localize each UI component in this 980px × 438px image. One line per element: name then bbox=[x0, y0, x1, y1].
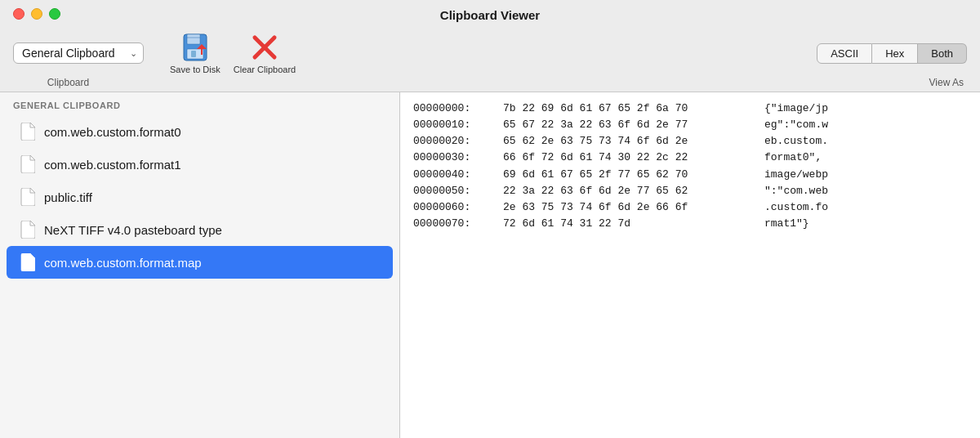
hex-bytes-0: 7b 22 69 6d 61 67 65 2f 6a 70 bbox=[503, 101, 764, 117]
hex-bytes-6: 2e 63 75 73 74 6f 6d 2e 66 6f bbox=[503, 199, 764, 216]
hex-row-7: 00000070: 72 6d 61 74 31 22 7d rmat1"} bbox=[413, 216, 967, 232]
hex-ascii-7: rmat1"} bbox=[764, 216, 809, 232]
title-bar: Clipboard Viewer bbox=[0, 0, 980, 27]
view-as-section: ASCII Hex Both bbox=[817, 43, 967, 64]
clipboard-dropdown-wrapper: General Clipboard Find Clipboard ⌄ bbox=[13, 42, 144, 64]
file-icon-3 bbox=[20, 220, 36, 239]
clear-clipboard-label: Clear Clipboard bbox=[234, 65, 296, 74]
save-to-disk-button[interactable]: Save to Disk bbox=[163, 30, 227, 76]
hex-row-3: 00000030: 66 6f 72 6d 61 74 30 22 2c 22 … bbox=[413, 150, 967, 166]
sidebar-item-3[interactable]: NeXT TIFF v4.0 pasteboard type bbox=[7, 213, 393, 246]
doc-svg-0 bbox=[20, 123, 35, 141]
doc-svg-3 bbox=[20, 221, 35, 239]
sidebar-item-label-4: com.web.custom.format.map bbox=[44, 256, 202, 270]
hex-ascii-3: format0", bbox=[764, 150, 822, 166]
file-icon-4 bbox=[20, 253, 36, 272]
hex-bytes-5: 22 3a 22 63 6f 6d 2e 77 65 62 bbox=[503, 183, 764, 199]
hex-row-4: 00000040: 69 6d 61 67 65 2f 77 65 62 70 … bbox=[413, 167, 967, 183]
sidebar-item-label-1: com.web.custom.format1 bbox=[44, 158, 181, 172]
hex-addr-3: 00000030: bbox=[413, 150, 503, 166]
hex-addr-2: 00000020: bbox=[413, 133, 503, 150]
sidebar-item-4[interactable]: com.web.custom.format.map bbox=[7, 246, 393, 279]
hex-bytes-7: 72 6d 61 74 31 22 7d bbox=[503, 216, 764, 232]
clipboard-sub-label: Clipboard bbox=[13, 77, 123, 88]
traffic-lights[interactable] bbox=[13, 8, 60, 20]
hex-ascii-1: eg":"com.w bbox=[764, 117, 828, 133]
hex-addr-0: 00000000: bbox=[413, 101, 503, 117]
close-button[interactable] bbox=[13, 8, 24, 20]
save-icon bbox=[180, 32, 211, 63]
clear-clipboard-button[interactable]: Clear Clipboard bbox=[227, 30, 302, 76]
hex-rows-container: 00000000: 7b 22 69 6d 61 67 65 2f 6a 70 … bbox=[413, 101, 967, 232]
clipboard-select[interactable]: General Clipboard Find Clipboard bbox=[13, 42, 144, 64]
hex-view: 00000000: 7b 22 69 6d 61 67 65 2f 6a 70 … bbox=[400, 92, 980, 438]
clipboard-section: General Clipboard Find Clipboard ⌄ bbox=[13, 42, 144, 64]
file-icon-0 bbox=[20, 122, 36, 141]
save-to-disk-label: Save to Disk bbox=[170, 65, 220, 74]
svg-rect-6 bbox=[201, 49, 203, 55]
doc-svg-2 bbox=[20, 188, 35, 206]
hex-addr-7: 00000070: bbox=[413, 216, 503, 232]
file-icon-1 bbox=[20, 154, 36, 174]
save-disk-svg bbox=[180, 33, 210, 62]
view-as-both-button[interactable]: Both bbox=[918, 43, 967, 64]
hex-ascii-5: ":"com.web bbox=[764, 183, 828, 199]
file-icon-2 bbox=[20, 187, 36, 207]
hex-ascii-0: {"image/jp bbox=[764, 101, 828, 117]
hex-bytes-4: 69 6d 61 67 65 2f 77 65 62 70 bbox=[503, 167, 764, 183]
sidebar-item-2[interactable]: public.tiff bbox=[7, 181, 393, 213]
svg-rect-1 bbox=[187, 34, 200, 44]
hex-addr-1: 00000010: bbox=[413, 117, 503, 133]
clear-icon bbox=[249, 32, 280, 63]
view-as-label: View As bbox=[929, 77, 964, 88]
clear-x-svg bbox=[250, 33, 279, 62]
hex-row-1: 00000010: 65 67 22 3a 22 63 6f 6d 2e 77 … bbox=[413, 117, 967, 133]
hex-row-5: 00000050: 22 3a 22 63 6f 6d 2e 77 65 62 … bbox=[413, 183, 967, 199]
sidebar-section-header: GENERAL CLIPBOARD bbox=[0, 92, 399, 115]
hex-addr-4: 00000040: bbox=[413, 167, 503, 183]
sidebar-item-1[interactable]: com.web.custom.format1 bbox=[7, 148, 393, 181]
hex-ascii-4: image/webp bbox=[764, 167, 828, 183]
window-title: Clipboard Viewer bbox=[440, 8, 540, 22]
sidebar-item-label-2: public.tiff bbox=[44, 190, 92, 204]
hex-ascii-6: .custom.fo bbox=[764, 199, 828, 216]
sidebar-item-label-3: NeXT TIFF v4.0 pasteboard type bbox=[44, 223, 222, 237]
sidebar-item-0[interactable]: com.web.custom.format0 bbox=[7, 115, 393, 148]
doc-svg-4 bbox=[20, 253, 35, 271]
hex-row-2: 00000020: 65 62 2e 63 75 73 74 6f 6d 2e … bbox=[413, 133, 967, 150]
view-as-hex-button[interactable]: Hex bbox=[872, 43, 918, 64]
minimize-button[interactable] bbox=[31, 8, 42, 20]
hex-ascii-2: eb.custom. bbox=[764, 133, 828, 150]
hex-bytes-3: 66 6f 72 6d 61 74 30 22 2c 22 bbox=[503, 150, 764, 166]
hex-bytes-1: 65 67 22 3a 22 63 6f 6d 2e 77 bbox=[503, 117, 764, 133]
hex-addr-5: 00000050: bbox=[413, 183, 503, 199]
view-as-buttons: ASCII Hex Both bbox=[817, 43, 967, 64]
hex-bytes-2: 65 62 2e 63 75 73 74 6f 6d 2e bbox=[503, 133, 764, 150]
sidebar-item-label-0: com.web.custom.format0 bbox=[44, 125, 181, 139]
doc-svg-1 bbox=[20, 155, 35, 173]
view-as-ascii-button[interactable]: ASCII bbox=[817, 43, 872, 64]
maximize-button[interactable] bbox=[49, 8, 60, 20]
hex-row-0: 00000000: 7b 22 69 6d 61 67 65 2f 6a 70 … bbox=[413, 101, 967, 117]
hex-row-6: 00000060: 2e 63 75 73 74 6f 6d 2e 66 6f … bbox=[413, 199, 967, 216]
main-content: GENERAL CLIPBOARD com.web.custom.format0… bbox=[0, 92, 980, 438]
hex-addr-6: 00000060: bbox=[413, 199, 503, 216]
sidebar: GENERAL CLIPBOARD com.web.custom.format0… bbox=[0, 92, 400, 438]
svg-rect-3 bbox=[191, 51, 196, 57]
